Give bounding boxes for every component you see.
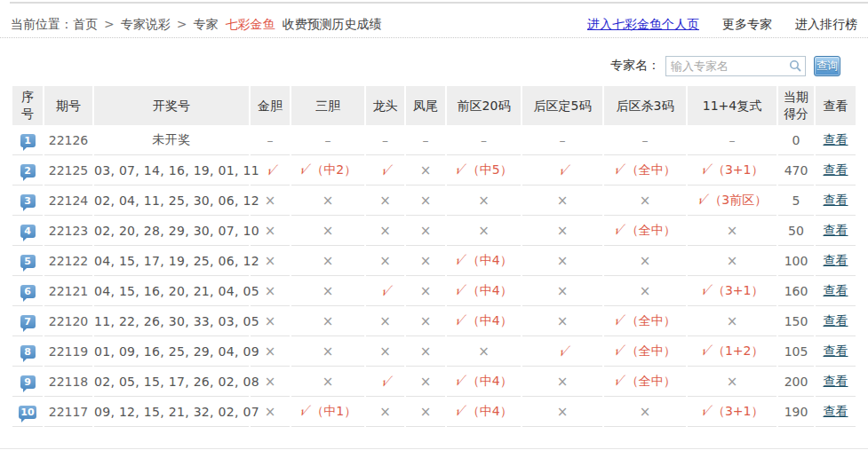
issue-cell: 22119 xyxy=(44,336,92,367)
draw-numbers-cell: 11, 22, 26, 30, 33, 03, 05 xyxy=(94,306,249,336)
row-index-cell: 10 xyxy=(12,397,43,427)
issue-cell: 22118 xyxy=(44,367,92,397)
issue-cell: 22120 xyxy=(44,306,92,336)
expert-search-bar: 专家名： 查询 xyxy=(610,55,840,76)
mark-cell: – xyxy=(604,125,686,155)
score-cell: 50 xyxy=(778,216,814,246)
view-cell: 查看 xyxy=(816,125,856,155)
mark-cell: √ （全中） xyxy=(604,216,686,246)
mark-cell: × xyxy=(366,246,404,276)
mark-cell: × xyxy=(291,336,364,367)
draw-numbers-cell: 02, 04, 11, 25, 30, 06, 12 xyxy=(94,186,249,216)
mark-cell: × xyxy=(291,367,364,397)
mark-cell: × xyxy=(291,246,364,276)
table-row: 72212011, 22, 26, 30, 33, 03, 05××××√ （中… xyxy=(12,306,856,336)
column-header-3: 开奖号 xyxy=(94,86,249,125)
draw-numbers-cell: 04, 15, 16, 20, 21, 04, 05 xyxy=(94,276,249,306)
mark-cell: × xyxy=(406,306,445,336)
row-index-cell: 4 xyxy=(12,216,43,246)
mark-cell: × xyxy=(688,246,776,276)
mark-cell: × xyxy=(522,306,602,336)
row-number-badge: 4 xyxy=(20,225,36,238)
view-cell: 查看 xyxy=(816,336,856,367)
view-link[interactable]: 查看 xyxy=(824,374,848,388)
mark-cell: × xyxy=(406,397,445,427)
view-link[interactable]: 查看 xyxy=(824,162,848,177)
enter-ranking-link[interactable]: 进入排行榜 xyxy=(795,17,857,31)
breadcrumb-channel-link[interactable]: 专家说彩 xyxy=(121,17,171,31)
enter-expert-page-link[interactable]: 进入七彩金鱼个人页 xyxy=(587,17,699,31)
mark-cell: – xyxy=(251,125,290,155)
issue-cell: 22122 xyxy=(44,246,92,276)
mark-cell: × xyxy=(522,367,602,397)
view-link[interactable]: 查看 xyxy=(824,283,848,297)
view-link[interactable]: 查看 xyxy=(824,253,848,267)
mark-cell: – xyxy=(522,125,602,155)
mark-cell: √ （全中） xyxy=(604,336,686,367)
mark-cell: √ （中5） xyxy=(447,155,521,186)
expert-search-input[interactable] xyxy=(665,56,806,76)
breadcrumb: 当前位置：首页>专家说彩>专家七彩金鱼收费预测历史成绩 xyxy=(11,17,381,33)
view-link[interactable]: 查看 xyxy=(824,132,848,146)
issue-cell: 22124 xyxy=(44,186,92,216)
mark-cell: √ xyxy=(366,276,404,306)
prediction-results-table: 序号期号开奖号金胆三胆龙头凤尾前区20码后区定5码后区杀3码11+4复式当期得分… xyxy=(11,86,857,427)
breadcrumb-expert-word: 专家 xyxy=(193,17,218,31)
mark-cell: √ （3+1） xyxy=(688,276,776,306)
view-link[interactable]: 查看 xyxy=(824,193,848,207)
column-header-12: 当期得分 xyxy=(778,86,814,125)
more-experts-link[interactable]: 更多专家 xyxy=(722,17,772,31)
query-button[interactable]: 查询 xyxy=(814,56,840,76)
row-number-badge: 9 xyxy=(20,375,36,389)
mark-cell: √ （中4） xyxy=(447,397,521,427)
table-row: 22212503, 07, 14, 16, 19, 01, 11√√ （中2）√… xyxy=(12,155,856,186)
mark-cell: √ （1+2） xyxy=(688,336,776,367)
breadcrumb-expert-name-link[interactable]: 七彩金鱼 xyxy=(225,17,275,31)
expert-search-input-wrap xyxy=(665,56,806,76)
column-header-13: 查看 xyxy=(816,86,856,125)
table-row: 52212204, 15, 17, 19, 25, 06, 12××××√ （中… xyxy=(12,246,856,276)
mark-cell: √ （中4） xyxy=(447,276,521,306)
view-link[interactable]: 查看 xyxy=(824,313,848,328)
row-index-cell: 8 xyxy=(12,336,43,367)
mark-cell: × xyxy=(604,186,686,216)
row-number-badge: 8 xyxy=(20,345,36,359)
row-number-badge: 5 xyxy=(20,255,36,268)
row-number-badge: 1 xyxy=(20,134,36,147)
view-link[interactable]: 查看 xyxy=(824,223,848,237)
mark-cell: × xyxy=(366,216,404,246)
view-link[interactable]: 查看 xyxy=(824,404,848,418)
column-header-1: 序号 xyxy=(12,86,43,125)
score-cell: 160 xyxy=(778,276,814,306)
score-cell: 5 xyxy=(778,186,814,216)
mark-cell: × xyxy=(522,216,602,246)
draw-numbers-cell: 未开奖 xyxy=(94,125,249,155)
row-index-cell: 3 xyxy=(12,186,43,216)
score-cell: 100 xyxy=(778,246,814,276)
mark-cell: × xyxy=(406,367,445,397)
table-row: 62212104, 15, 16, 20, 21, 04, 05××√×√ （中… xyxy=(12,276,856,306)
mark-cell: – xyxy=(291,125,364,155)
mark-cell: × xyxy=(447,186,521,216)
row-number-badge: 3 xyxy=(20,194,36,208)
mark-cell: × xyxy=(406,336,445,367)
breadcrumb-home-link[interactable]: 首页 xyxy=(73,17,98,31)
mark-cell: √ （全中） xyxy=(604,155,686,186)
draw-numbers-cell: 01, 09, 16, 25, 29, 04, 09 xyxy=(94,336,249,367)
mark-cell: × xyxy=(447,216,521,246)
mark-cell: × xyxy=(366,336,404,367)
mark-cell: × xyxy=(406,155,445,186)
search-icon xyxy=(789,59,802,73)
column-header-8: 前区20码 xyxy=(447,86,521,125)
mark-cell: √ （3+1） xyxy=(688,155,776,186)
score-cell: 105 xyxy=(778,336,814,367)
column-header-6: 龙头 xyxy=(366,86,404,125)
view-cell: 查看 xyxy=(816,306,856,336)
view-link[interactable]: 查看 xyxy=(824,343,848,358)
mark-cell: × xyxy=(366,397,404,427)
bottom-divider xyxy=(0,448,868,449)
view-cell: 查看 xyxy=(816,276,856,306)
mark-cell: × xyxy=(406,276,445,306)
mark-cell: × xyxy=(366,186,404,216)
mark-cell: × xyxy=(522,397,602,427)
